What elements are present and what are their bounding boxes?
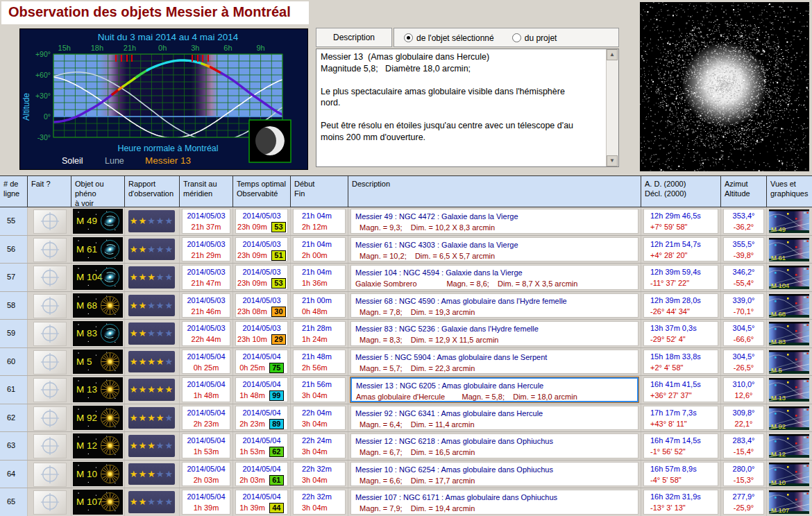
table-row[interactable]: 60 M 5	[0, 348, 812, 377]
done-toggle-button[interactable]	[33, 406, 67, 431]
done-toggle-button[interactable]	[33, 294, 67, 318]
rating-cell[interactable]: ★★★★★	[125, 292, 180, 320]
rating-cell[interactable]: ★★★★★	[125, 376, 180, 404]
view-graph-thumbnail[interactable]: M 83	[769, 322, 809, 345]
description-cell[interactable]: Messier 68 : NGC 4590 : Amas globulaire …	[348, 292, 641, 320]
description-cell[interactable]: Messier 107 : NGC 6171 : Amas globulaire…	[348, 488, 641, 516]
rating-cell[interactable]: ★★★★★	[125, 432, 180, 460]
star-icon: ★	[156, 413, 165, 423]
description-cell[interactable]: Messier 104 : NGC 4594 : Galaxie dans la…	[348, 264, 641, 291]
radio-selected-object[interactable]	[404, 33, 413, 42]
star-icon: ★	[130, 384, 139, 395]
scroll-up-button[interactable]: ▲	[607, 49, 618, 60]
radio-project[interactable]	[512, 33, 521, 42]
star-icon: ★	[156, 244, 165, 255]
table-row[interactable]: 62 M 92	[0, 404, 812, 433]
description-textbox[interactable]: Messier 13 (Amas globulaire dans Hercule…	[316, 49, 619, 167]
object-cell[interactable]: M 10	[71, 461, 125, 488]
star-icon: ★	[147, 272, 156, 282]
optimal-time-cell: 2014/05/03 23h 08m30	[233, 292, 291, 320]
view-graph-thumbnail[interactable]: M 92	[769, 406, 809, 430]
description-cell[interactable]: Messier 92 : NGC 6341 : Amas globulaire …	[348, 404, 641, 432]
description-cell[interactable]: Messier 13 : NGC 6205 : Amas globulaire …	[348, 376, 641, 404]
star-icon: ★	[139, 497, 148, 507]
view-graph-thumbnail[interactable]: M 61	[769, 238, 809, 261]
rating-cell[interactable]: ★★★★★	[125, 404, 180, 432]
table-row[interactable]: 65 M 107	[0, 488, 812, 516]
description-cell[interactable]: Messier 5 : NGC 5904 : Amas globulaire d…	[348, 348, 641, 376]
rating-cell[interactable]: ★★★★★	[125, 348, 180, 376]
view-graph-thumbnail[interactable]: M 49	[769, 209, 809, 233]
row-number: 62	[0, 404, 28, 432]
object-cell[interactable]: M 107	[71, 488, 125, 516]
object-cell[interactable]: M 92	[71, 404, 125, 432]
description-scrollbar[interactable]: ▲ ▼	[606, 49, 618, 166]
object-cell[interactable]: M 104	[71, 264, 125, 291]
description-cell[interactable]: Messier 83 : NGC 5236 : Galaxie dans l'H…	[348, 320, 641, 347]
star-icon: ★	[130, 216, 139, 226]
view-graph-thumbnail[interactable]: M 13	[769, 378, 809, 402]
object-thumbnail: M 12	[73, 433, 123, 458]
coordinates-cell: 16h 47m 14,5s-1° 56' 52"	[641, 432, 721, 460]
transit-cell: 2014/05/041h 48m	[180, 376, 233, 404]
score-badge: 44	[269, 503, 284, 513]
radio-project-option[interactable]: du projet	[512, 31, 557, 44]
rating-cell[interactable]: ★★★★★	[125, 461, 180, 488]
done-toggle-button[interactable]	[33, 378, 67, 402]
radio-object-option[interactable]: de l'objet sélectionné	[404, 31, 494, 44]
row-number: 64	[0, 461, 28, 488]
view-graph-thumbnail[interactable]: M 104	[769, 266, 809, 289]
views-cell: M 5	[767, 348, 812, 376]
view-graph-thumbnail[interactable]: M 5	[769, 350, 809, 374]
view-graph-thumbnail[interactable]: M 107	[769, 490, 809, 514]
globular-cluster-icon	[99, 434, 121, 457]
object-cell[interactable]: M 5	[71, 348, 125, 376]
description-cell[interactable]: Messier 49 : NGC 4472 : Galaxie dans la …	[348, 207, 641, 235]
done-toggle-button[interactable]	[33, 434, 67, 458]
galaxy-icon	[99, 238, 121, 261]
svg-text:6h: 6h	[223, 44, 232, 52]
rating-cell[interactable]: ★★★★★	[125, 207, 180, 235]
object-cell[interactable]: M 12	[71, 432, 125, 460]
object-cell[interactable]: M 61	[71, 236, 125, 264]
view-graph-thumbnail[interactable]: M 10	[769, 463, 809, 486]
rating-cell[interactable]: ★★★★★	[125, 488, 180, 516]
thumbnail-object-label: M 10	[771, 478, 786, 485]
description-cell[interactable]: Messier 12 : NGC 6218 : Amas globulaire …	[348, 432, 641, 460]
table-row[interactable]: 56 M 61	[0, 236, 812, 264]
rating-cell[interactable]: ★★★★★	[125, 236, 180, 264]
azimut-altitude-cell: 355,5°-39,8°	[721, 236, 767, 264]
star-icon: ★	[164, 356, 174, 367]
object-cell[interactable]: M 83	[71, 320, 125, 347]
views-cell: M 68	[767, 292, 812, 320]
object-thumbnail: M 61	[73, 237, 123, 262]
view-graph-thumbnail[interactable]: M 68	[769, 294, 809, 318]
star-icon: ★	[139, 384, 148, 395]
scroll-down-button[interactable]: ▼	[607, 155, 618, 166]
transit-cell: 2014/05/0321h 46m	[180, 292, 233, 320]
done-toggle-button[interactable]	[33, 266, 67, 290]
view-graph-thumbnail[interactable]: M 12	[769, 434, 809, 458]
table-row[interactable]: 64 M 10	[0, 461, 812, 489]
rating-cell[interactable]: ★★★★★	[125, 264, 180, 291]
object-cell[interactable]: M 13	[71, 376, 125, 404]
description-cell[interactable]: Messier 61 : NGC 4303 : Galaxie dans la …	[348, 236, 641, 264]
table-row[interactable]: 58 M 68	[0, 292, 812, 320]
done-toggle-button[interactable]	[33, 322, 67, 346]
rating-cell[interactable]: ★★★★★	[125, 320, 180, 347]
table-row[interactable]: 61 M 13	[0, 376, 812, 404]
done-toggle-button[interactable]	[33, 209, 67, 234]
done-toggle-button[interactable]	[33, 350, 67, 375]
description-cell[interactable]: Messier 10 : NGC 6254 : Amas globulaire …	[348, 461, 641, 488]
done-toggle-button[interactable]	[33, 463, 67, 487]
object-cell[interactable]: M 68	[71, 292, 125, 320]
table-row[interactable]: 63 M 12	[0, 432, 812, 461]
done-toggle-button[interactable]	[33, 490, 67, 515]
table-row[interactable]: 55 M 49	[0, 207, 812, 236]
table-row[interactable]: 59 M 83	[0, 320, 812, 348]
object-cell[interactable]: M 49	[71, 207, 125, 235]
optimal-time-cell: 2014/05/03 23h 10m29	[233, 320, 291, 347]
done-toggle-button[interactable]	[33, 238, 67, 262]
table-row[interactable]: 57 M 104	[0, 264, 812, 292]
star-icon: ★	[164, 497, 174, 507]
